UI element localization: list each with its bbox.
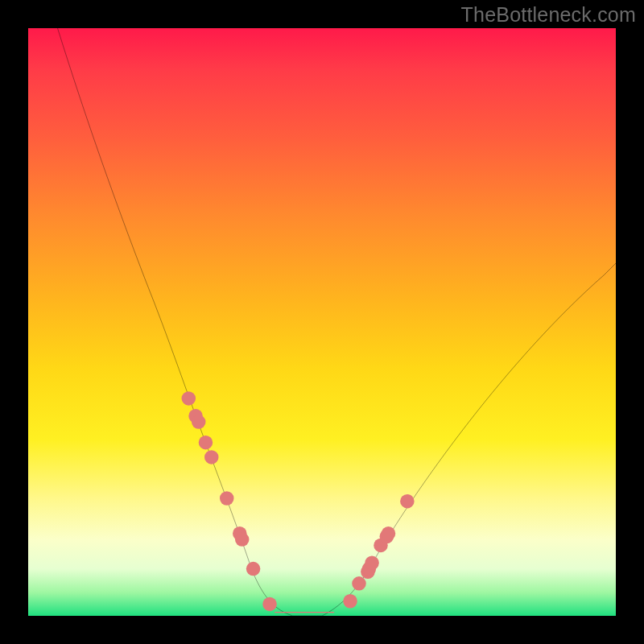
svg-point-17 [382, 526, 396, 541]
bottleneck-curve [58, 28, 617, 616]
chart-frame: TheBottleneck.com [0, 0, 644, 644]
svg-point-2 [192, 415, 206, 429]
svg-point-7 [235, 532, 250, 547]
svg-point-11 [352, 576, 366, 591]
svg-point-3 [199, 436, 213, 450]
svg-point-4 [204, 450, 219, 464]
svg-point-18 [400, 494, 415, 509]
svg-point-14 [365, 556, 379, 571]
svg-point-0 [182, 391, 196, 406]
svg-point-8 [246, 562, 261, 576]
svg-point-5 [220, 491, 234, 506]
svg-point-9 [262, 597, 277, 612]
left-cluster [182, 391, 277, 611]
curve-layer [28, 28, 616, 616]
plot-area [28, 28, 616, 616]
watermark-label: TheBottleneck.com [461, 3, 636, 27]
right-cluster [343, 494, 414, 609]
svg-point-10 [343, 594, 357, 609]
